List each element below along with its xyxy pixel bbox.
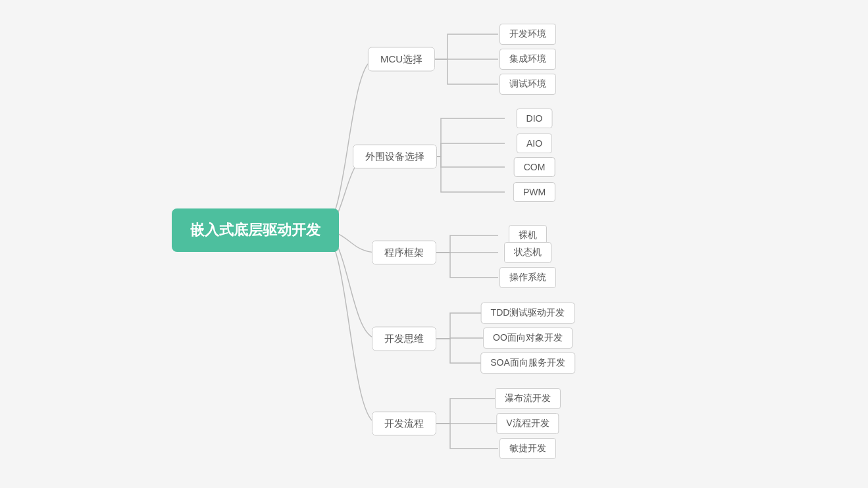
node-node-leaf: 状态机 [504,242,551,263]
node-node-leaf: 开发环境 [499,24,556,45]
mind-map: 嵌入式底层驱动开发MCU选择开发环境集成环境调试环境外围设备选择DIOAIOCO… [0,0,868,488]
node-node-leaf: 操作系统 [499,267,556,288]
node-node-leaf: TDD测试驱动开发 [481,303,575,324]
node-node-leaf: V流程开发 [496,413,559,434]
node-node-branch: 开发流程 [372,412,436,436]
node-node-leaf: 调试环境 [499,74,556,95]
node-node-leaf: COM [514,157,555,177]
node-node-branch: 程序框架 [372,241,436,265]
node-node-leaf: AIO [517,134,552,153]
node-node-leaf: OO面向对象开发 [483,328,573,349]
node-node-leaf: 集成环境 [499,49,556,70]
node-node-leaf: SOA面向服务开发 [480,353,575,374]
node-node-branch: 开发思维 [372,327,436,351]
node-node-leaf: 敏捷开发 [499,438,556,459]
node-node-leaf: PWM [513,182,555,202]
node-node-branch: MCU选择 [368,47,435,72]
node-node-branch: 外围设备选择 [353,145,437,169]
node-node-leaf: 瀑布流开发 [495,388,561,409]
node-node-root: 嵌入式底层驱动开发 [172,208,339,252]
node-node-leaf: DIO [517,109,553,128]
